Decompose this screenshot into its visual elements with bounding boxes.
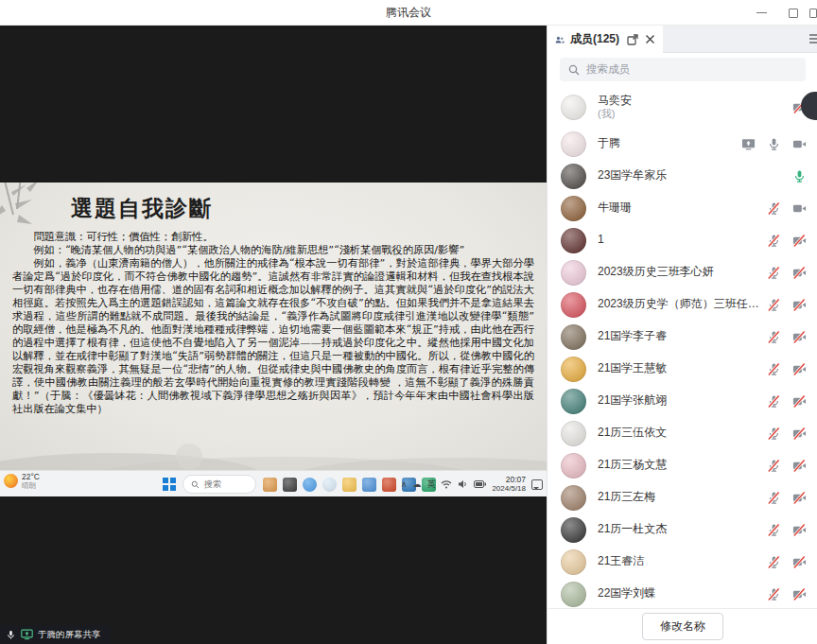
tray-language-indicator[interactable]: 英 [426, 479, 435, 491]
avatar [561, 389, 586, 414]
taskbar-app-edge-icon[interactable] [322, 478, 337, 492]
member-row[interactable]: 21历三杨文慧 [548, 449, 817, 481]
member-row[interactable]: 23国学牟家乐 [548, 160, 817, 192]
member-row[interactable]: 马奕安(我) [548, 86, 817, 128]
members-icon [555, 34, 565, 45]
camera-off-icon [792, 555, 807, 569]
member-name: 21历三伍依文 [598, 426, 759, 440]
tray-wifi-icon[interactable] [441, 479, 452, 489]
taskbar-app-files-app-icon[interactable] [283, 478, 297, 492]
member-search-input[interactable]: 搜索成员 [560, 58, 806, 81]
member-row[interactable]: 牛珊珊 [548, 192, 817, 224]
member-name: 21历一杜文杰 [598, 523, 759, 536]
close-button[interactable] [809, 0, 817, 26]
slide-body: 問題意識：可行性；價值性；創新性。 例如：“晚清某個人物的功與過”“某個政治人物… [12, 231, 534, 416]
more-menu-icon[interactable] [808, 32, 817, 45]
mic-off-icon [767, 555, 781, 569]
member-row[interactable]: 21历三伍依文 [548, 417, 817, 449]
tray-time: 20:07 [506, 476, 526, 484]
member-row[interactable]: 21国学张航翊 [548, 385, 817, 417]
close-panel-icon[interactable] [645, 34, 655, 44]
tab-members[interactable]: 成员(125) [548, 26, 663, 53]
taskbar-app-folder-icon[interactable] [342, 478, 356, 492]
tray-battery-icon[interactable] [474, 480, 486, 488]
taskbar-weather-widget[interactable]: 22°C 晴朗 [4, 473, 40, 490]
weather-temp: 22°C [22, 473, 40, 481]
slide-paragraph: 例如：“晚清某個人物的功與過”“某個政治人物的海防/維新思想”“淺析某個戰役的原… [12, 244, 534, 257]
windows-start-button[interactable] [163, 478, 176, 491]
mic-off-icon [767, 426, 781, 441]
tray-volume-icon[interactable] [458, 479, 468, 489]
camera-off-icon [792, 587, 807, 601]
camera-on-icon [792, 201, 807, 216]
slide-paragraph: 問題意識：可行性；價值性；創新性。 [12, 231, 534, 244]
tray-chevron-up-icon[interactable]: ∧ [401, 480, 408, 489]
rename-button[interactable]: 修改名称 [642, 613, 723, 640]
camera-off-icon [792, 394, 807, 409]
minimize-button[interactable] [745, 0, 777, 26]
member-name: 23国学牟家乐 [598, 169, 785, 183]
popout-icon[interactable] [627, 34, 638, 45]
avatar [561, 164, 586, 189]
maximize-button[interactable] [777, 0, 809, 26]
taskbar-app-photos-icon[interactable] [362, 478, 376, 492]
taskbar-clock[interactable]: 20:07 2024/5/18 [492, 476, 526, 493]
member-row[interactable]: 2023级历史三班李心妍 [548, 256, 817, 288]
mic-off-icon [767, 201, 781, 216]
tab-members-label: 成员(125) [570, 31, 619, 47]
screen-share-banner[interactable]: 于腾的屏幕共享 [0, 625, 111, 644]
mic-off-icon [767, 491, 781, 505]
member-row[interactable]: 21国学王慧敏 [548, 353, 817, 385]
member-row[interactable]: 21历一杜文杰 [548, 513, 817, 546]
camera-off-icon [792, 298, 807, 312]
member-name: 21国学张航翊 [598, 394, 759, 408]
taskbar-app-powerpoint-icon[interactable] [382, 478, 396, 492]
taskbar-system-tray: ∧ ☁ 英 20:07 2024/5/18 [401, 471, 543, 497]
taskbar-search[interactable]: 搜索 [183, 475, 256, 494]
member-name: 2023级历史三班李心妍 [598, 266, 759, 279]
mic-off-icon [767, 298, 781, 312]
member-panel-footer: 修改名称 [548, 608, 817, 644]
mic-on-icon [767, 137, 781, 151]
taskbar-app-chrome-icon[interactable] [303, 478, 317, 492]
member-panel: 成员(125) 搜索成员 马奕安(我)于腾23国学牟家乐牛珊珊12023级历史三… [547, 26, 817, 644]
member-row[interactable]: 21历三左梅 [548, 481, 817, 513]
tray-cloud-icon[interactable]: ☁ [412, 480, 421, 489]
screen-share-icon [741, 137, 756, 151]
member-row[interactable]: 于腾 [548, 128, 817, 160]
camera-off-icon [792, 523, 807, 537]
mic-active-icon [792, 169, 807, 183]
avatar [561, 260, 586, 286]
mic-off-icon [767, 330, 781, 344]
member-row[interactable]: 2023级历史学（师范）三班任晓菡 [548, 288, 817, 321]
member-name: 2023级历史学（师范）三班任晓菡 [598, 298, 759, 311]
avatar [561, 549, 586, 575]
avatar [561, 196, 586, 221]
avatar [561, 357, 586, 382]
member-list[interactable]: 马奕安(我)于腾23国学牟家乐牛珊珊12023级历史三班李心妍2023级历史学（… [548, 86, 817, 608]
camera-off-icon [792, 266, 807, 280]
camera-off-icon [792, 491, 807, 505]
member-row[interactable]: 22国学刘蝶 [548, 578, 817, 608]
camera-off-icon [792, 234, 807, 248]
member-name: 22国学刘蝶 [598, 587, 759, 600]
avatar [561, 485, 586, 511]
taskbar-search-label: 搜索 [204, 479, 221, 491]
share-banner-text: 于腾的屏幕共享 [38, 629, 101, 641]
mic-off-icon [767, 523, 781, 537]
mic-off-icon [767, 362, 781, 376]
window-title: 腾讯会议 [0, 0, 817, 26]
mountain-decoration [0, 428, 547, 470]
member-name: 21国学李子睿 [598, 330, 759, 343]
taskbar-app-paw-app-icon[interactable] [263, 478, 277, 492]
mic-icon [6, 629, 16, 641]
member-row[interactable]: 21王睿洁 [548, 546, 817, 578]
member-row[interactable]: 21国学李子睿 [548, 321, 817, 353]
screen-share-icon [21, 629, 33, 640]
member-search-placeholder: 搜索成员 [586, 62, 630, 77]
member-name: 于腾 [598, 137, 734, 150]
mic-off-icon [767, 587, 781, 601]
member-row[interactable]: 1 [548, 224, 817, 256]
member-name: 21国学王慧敏 [598, 362, 759, 375]
tray-notification-icon[interactable] [531, 479, 543, 490]
